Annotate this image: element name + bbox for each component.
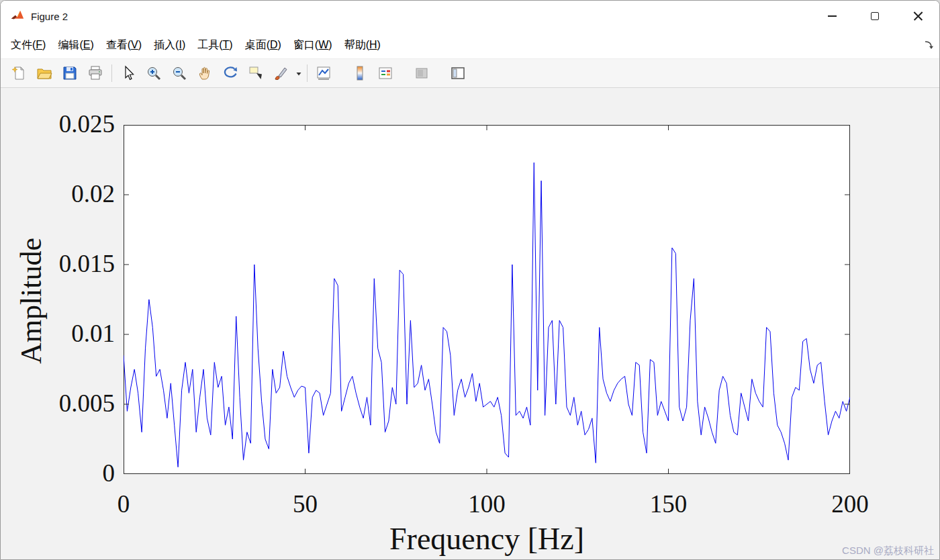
insert-colorbar-button[interactable]	[347, 61, 373, 85]
window-title: Figure 2	[31, 11, 68, 22]
y-tick-label: 0.015	[13, 249, 115, 278]
dock-arrow-icon[interactable]	[923, 40, 934, 53]
figure-canvas: Amplitude Frequency [Hz] CSDN @荔枝科研社 050…	[1, 88, 940, 560]
menubar: 文件(F)编辑(E)查看(V)插入(I)工具(T)桌面(D)窗口(W)帮助(H)	[1, 32, 939, 58]
dropdown-caret-icon	[295, 65, 302, 81]
y-tick-label: 0.025	[13, 109, 115, 138]
open-file-icon	[36, 65, 52, 81]
close-icon	[913, 11, 923, 21]
new-figure-button[interactable]	[6, 61, 32, 85]
amplitude-spectrum-plot	[124, 125, 850, 474]
insert-legend-icon	[377, 65, 393, 81]
save-icon	[62, 65, 78, 81]
x-tick-label: 150	[615, 489, 722, 518]
menu-item-insert[interactable]: 插入(I)	[148, 35, 191, 56]
matlab-logo-icon	[10, 9, 25, 24]
rotate-3d-button[interactable]	[218, 61, 243, 85]
menu-item-edit[interactable]: 编辑(E)	[52, 35, 99, 56]
insert-legend-button[interactable]	[373, 61, 398, 85]
link-plot-button[interactable]	[311, 61, 336, 85]
y-tick-label: 0.01	[13, 319, 115, 348]
insert-colorbar-icon	[352, 65, 368, 81]
zoom-in-button[interactable]	[141, 61, 167, 85]
menu-item-desktop[interactable]: 桌面(D)	[239, 35, 287, 56]
menu-item-window[interactable]: 窗口(W)	[287, 35, 338, 56]
arrow-cursor-icon	[120, 65, 136, 81]
menu-item-file[interactable]: 文件(F)	[5, 35, 52, 56]
zoom-out-icon	[171, 65, 187, 81]
y-tick-label: 0.02	[13, 179, 115, 208]
brush-button[interactable]	[269, 61, 294, 85]
hide-plot-tools-icon	[414, 65, 430, 81]
minimize-button[interactable]	[810, 1, 853, 32]
print-figure-button[interactable]	[83, 61, 108, 85]
toolbar-separator	[111, 64, 112, 82]
x-tick-label: 50	[252, 489, 359, 518]
pan-button[interactable]	[192, 61, 218, 85]
new-figure-icon	[11, 65, 27, 81]
x-axis-label: Frequency [Hz]	[285, 521, 688, 557]
x-tick-label: 100	[433, 489, 540, 518]
minimize-icon	[828, 15, 837, 17]
figure-toolbar	[1, 58, 939, 88]
maximize-icon	[871, 12, 879, 20]
window-controls	[810, 1, 939, 32]
menu-item-help[interactable]: 帮助(H)	[338, 35, 387, 56]
open-file-button[interactable]	[32, 61, 57, 85]
print-icon	[87, 65, 103, 81]
save-figure-button[interactable]	[57, 61, 83, 85]
data-cursor-button[interactable]	[243, 61, 269, 85]
edit-plot-button[interactable]	[115, 61, 141, 85]
figure-window: Figure 2 文件(F)编辑(E)查看(V)插入(I)工具(T)桌面(D)窗…	[0, 0, 940, 560]
plot-axes[interactable]	[124, 125, 850, 474]
menu-item-tools[interactable]: 工具(T)	[191, 35, 238, 56]
y-tick-label: 0.005	[13, 389, 115, 418]
toolbar-separator	[307, 64, 308, 82]
titlebar: Figure 2	[1, 1, 939, 32]
pan-hand-icon	[197, 65, 213, 81]
zoom-out-button[interactable]	[167, 61, 192, 85]
zoom-in-icon	[146, 65, 162, 81]
watermark-text: CSDN @荔枝科研社	[842, 545, 934, 557]
brush-dropdown-button[interactable]	[294, 61, 303, 85]
y-axis-label: Amplitude	[14, 214, 44, 388]
show-plot-tools-icon	[450, 65, 466, 81]
rotate-3d-icon	[222, 65, 238, 81]
show-plot-tools-button[interactable]	[445, 61, 471, 85]
close-button[interactable]	[896, 1, 939, 32]
x-tick-label: 200	[796, 489, 904, 518]
brush-icon	[273, 65, 289, 81]
hide-plot-tools-button[interactable]	[409, 61, 434, 85]
maximize-button[interactable]	[853, 1, 896, 32]
x-tick-label: 0	[70, 489, 177, 518]
menu-item-view[interactable]: 查看(V)	[100, 35, 148, 56]
y-tick-label: 0	[13, 459, 115, 487]
link-plot-icon	[316, 65, 332, 81]
data-cursor-icon	[248, 65, 264, 81]
